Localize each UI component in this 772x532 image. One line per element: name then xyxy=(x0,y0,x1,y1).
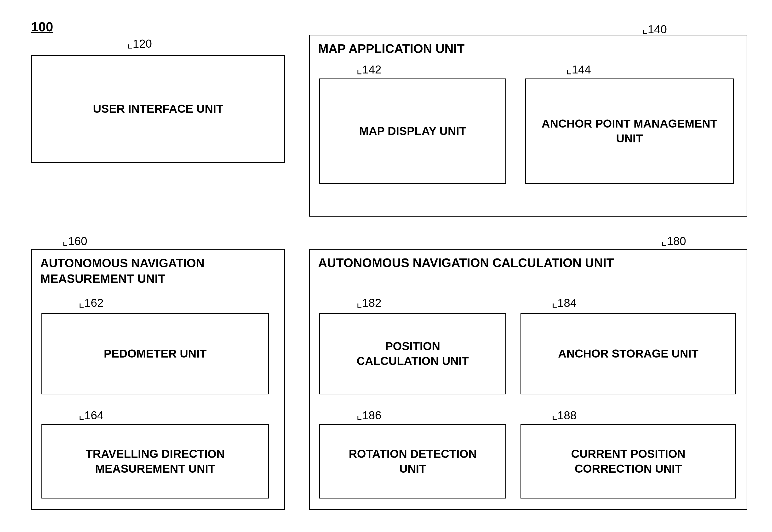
box-184-label: ANCHOR STORAGE UNIT xyxy=(556,344,701,364)
box-180: AUTONOMOUS NAVIGATION CALCULATION UNIT ⌞… xyxy=(309,249,747,510)
box-142-label: MAP DISPLAY UNIT xyxy=(357,121,468,141)
ref-140: ⌞140 xyxy=(642,23,667,36)
box-144: ANCHOR POINT MANAGEMENT UNIT xyxy=(525,78,734,184)
ref-160: ⌞160 xyxy=(62,235,87,248)
box-162: PEDOMETER UNIT xyxy=(41,313,269,394)
box-120-label: USER INTERFACE UNIT xyxy=(90,99,226,119)
ref-164: ⌞164 xyxy=(78,409,103,422)
ref-180: ⌞180 xyxy=(661,235,686,248)
ref-188: ⌞188 xyxy=(551,409,576,422)
diagram: 100 ⌞120 USER INTERFACE UNIT ⌞140 MAP AP… xyxy=(0,0,772,532)
ref-142: ⌞142 xyxy=(356,63,381,76)
box-182: POSITIONCALCULATION UNIT xyxy=(319,313,506,394)
box-160-label: AUTONOMOUS NAVIGATIONMEASUREMENT UNIT xyxy=(40,256,205,287)
box-120: USER INTERFACE UNIT xyxy=(31,55,285,163)
box-186-label: ROTATION DETECTIONUNIT xyxy=(346,444,479,479)
box-160: AUTONOMOUS NAVIGATIONMEASUREMENT UNIT ⌞1… xyxy=(31,249,285,510)
box-188-label: CURRENT POSITIONCORRECTION UNIT xyxy=(568,444,688,479)
ref-186: ⌞186 xyxy=(356,409,381,422)
box-162-label: PEDOMETER UNIT xyxy=(101,344,209,364)
main-ref-label: 100 xyxy=(31,19,53,34)
box-186: ROTATION DETECTIONUNIT xyxy=(319,424,506,498)
box-188: CURRENT POSITIONCORRECTION UNIT xyxy=(520,424,736,498)
box-180-label: AUTONOMOUS NAVIGATION CALCULATION UNIT xyxy=(318,256,614,270)
ref-144: ⌞144 xyxy=(566,63,591,76)
box-140: MAP APPLICATION UNIT ⌞142 MAP DISPLAY UN… xyxy=(309,35,747,217)
box-164: TRAVELLING DIRECTIONMEASUREMENT UNIT xyxy=(41,424,269,498)
ref-120: ⌞120 xyxy=(127,37,152,50)
box-182-label: POSITIONCALCULATION UNIT xyxy=(354,336,471,371)
ref-182: ⌞182 xyxy=(356,296,381,309)
box-164-label: TRAVELLING DIRECTIONMEASUREMENT UNIT xyxy=(83,444,227,479)
box-184: ANCHOR STORAGE UNIT xyxy=(520,313,736,394)
box-142: MAP DISPLAY UNIT xyxy=(319,78,506,184)
ref-162: ⌞162 xyxy=(78,296,103,309)
box-140-label: MAP APPLICATION UNIT xyxy=(318,41,464,56)
ref-184: ⌞184 xyxy=(551,296,576,309)
box-144-label: ANCHOR POINT MANAGEMENT UNIT xyxy=(526,114,733,149)
